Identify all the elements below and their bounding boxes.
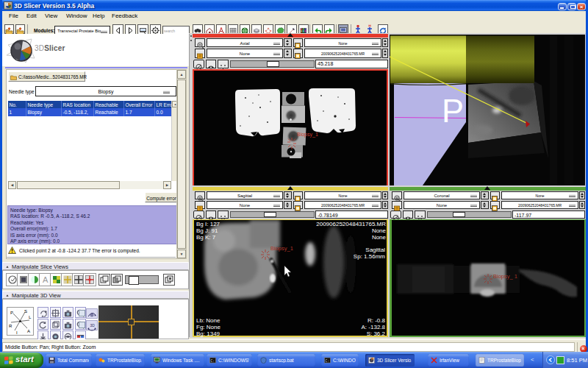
- svg-text:Biopsy_ 1: Biopsy_ 1: [493, 273, 517, 280]
- svg-text:C:: C:: [211, 358, 215, 362]
- svg-text:P: P: [442, 92, 464, 130]
- svg-text:I: I: [16, 330, 18, 335]
- svg-text:Biopsy_1: Biopsy_1: [270, 245, 293, 252]
- svg-text:S: S: [24, 309, 27, 314]
- svg-text:A: A: [27, 329, 30, 333]
- svg-text:L: L: [29, 315, 32, 319]
- svg-text:C:: C:: [326, 358, 329, 362]
- svg-text:A: A: [43, 275, 49, 284]
- svg-text:P: P: [10, 311, 13, 315]
- svg-text:R: R: [9, 324, 12, 328]
- svg-text:Biopsy_1: Biopsy_1: [297, 132, 318, 138]
- svg-text:3D: 3D: [90, 323, 96, 328]
